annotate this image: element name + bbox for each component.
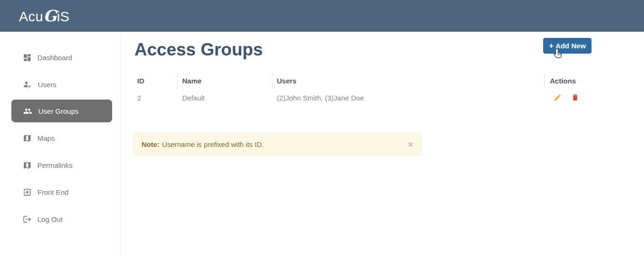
column-divider <box>544 73 545 89</box>
sidebar-item-label: Users <box>38 81 56 89</box>
note-label: Note: <box>141 140 159 148</box>
logo-text-prefix: Acu <box>19 9 43 24</box>
column-header-actions: Actions <box>550 77 576 85</box>
user-group-icon <box>23 107 33 116</box>
map-icon <box>23 161 32 170</box>
sidebar-item-maps[interactable]: Maps <box>11 127 112 149</box>
column-header-name: Name <box>182 77 202 85</box>
map-icon <box>23 134 32 143</box>
column-divider <box>177 73 178 89</box>
note-text: Username is prefixed with its ID. <box>162 140 264 148</box>
delete-button[interactable] <box>571 93 579 101</box>
logo-text-suffix: iS <box>57 9 70 24</box>
page-title: Access Groups <box>134 40 263 60</box>
dashboard-icon <box>23 53 32 62</box>
sidebar-item-label: Dashboard <box>37 54 72 62</box>
sidebar-item-dashboard[interactable]: Dashboard <box>11 46 112 69</box>
enter-app-icon <box>23 188 32 197</box>
column-header-users: Users <box>277 77 297 85</box>
sidebar-item-users[interactable]: Users <box>11 73 112 96</box>
sidebar-item-label: Front End <box>37 188 69 196</box>
top-header-bar: AcuGiS <box>0 0 644 32</box>
column-divider <box>272 73 273 89</box>
sidebar-item-label: Maps <box>37 134 55 142</box>
note-alert: Note: Username is prefixed with its ID. … <box>133 133 421 155</box>
cell-group-name: Default <box>182 94 205 102</box>
sidebar-item-label: Log Out <box>37 215 62 223</box>
sidebar-item-front-end[interactable]: Front End <box>11 181 112 203</box>
sidebar-item-label: Permalinks <box>37 161 72 169</box>
cell-group-users: (2)John Smith, (3)Jane Doe <box>277 94 364 102</box>
logo-text-g: G <box>43 7 57 25</box>
logout-icon <box>23 215 32 224</box>
sidebar-nav: Dashboard Users User Groups Maps Permali… <box>0 32 121 256</box>
user-gear-icon <box>23 80 32 89</box>
sidebar-item-user-groups[interactable]: User Groups <box>11 100 112 122</box>
plus-icon: + <box>549 41 554 51</box>
add-new-button-label: Add New <box>556 42 586 50</box>
close-icon[interactable]: × <box>408 140 413 149</box>
sidebar-item-log-out[interactable]: Log Out <box>11 208 112 230</box>
column-header-id: ID <box>137 77 144 85</box>
sidebar-item-label: User Groups <box>38 107 79 115</box>
add-new-button[interactable]: + Add New <box>543 38 591 54</box>
edit-button[interactable] <box>554 93 562 101</box>
cell-group-id: 2 <box>137 94 141 102</box>
app-logo: AcuGiS <box>19 0 70 32</box>
sidebar-item-permalinks[interactable]: Permalinks <box>11 154 112 176</box>
